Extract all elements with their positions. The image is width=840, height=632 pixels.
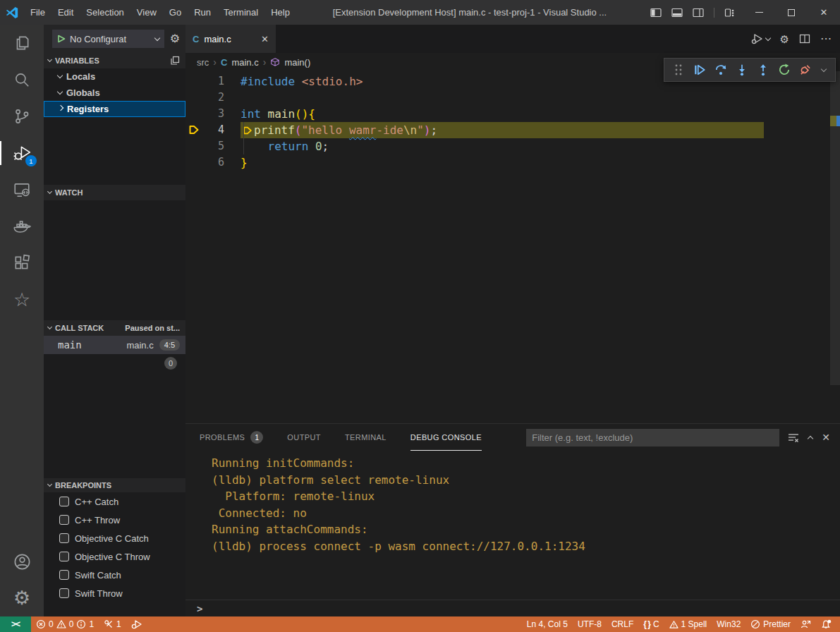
breadcrumb-symbol[interactable]: main() — [284, 57, 310, 68]
breakpoint-row[interactable]: Objective C Throw — [44, 547, 185, 566]
debug-console-input-row[interactable]: > — [185, 600, 840, 616]
gear-icon[interactable]: ⚙ — [170, 33, 180, 44]
collapse-all-icon[interactable] — [170, 56, 180, 66]
activity-docker-icon[interactable] — [0, 208, 44, 245]
code-line-content[interactable]: } — [241, 154, 248, 171]
stack-frame-row[interactable]: main main.c 4:5 — [44, 336, 185, 354]
toggle-primary-sidebar-icon[interactable] — [650, 7, 662, 18]
maximize-panel-icon[interactable] — [808, 435, 813, 441]
continue-button[interactable] — [690, 61, 710, 79]
breakpoint-row[interactable]: Swift Catch — [44, 566, 185, 584]
toggle-secondary-sidebar-icon[interactable] — [693, 7, 704, 18]
disconnect-button[interactable] — [796, 61, 815, 79]
spell-status[interactable]: 1 Spell — [664, 616, 712, 632]
activity-explorer-icon[interactable] — [0, 25, 44, 61]
activity-extensions-icon[interactable] — [0, 245, 44, 281]
breakpoint-row[interactable]: C++ Throw — [44, 511, 185, 529]
menu-terminal[interactable]: Terminal — [217, 0, 264, 25]
thread-row[interactable]: 0 — [44, 354, 185, 372]
tab-main-c[interactable]: C main.c ✕ — [185, 25, 276, 53]
gutter[interactable]: 5 — [185, 138, 241, 154]
panel-tab-problems[interactable]: PROBLEMS1 — [200, 424, 263, 451]
variables-row-locals[interactable]: Locals — [44, 68, 185, 85]
panel-tab-output[interactable]: OUTPUT — [287, 424, 321, 451]
code-line[interactable]: 4printf("hello wamr-ide\n"); — [185, 122, 840, 138]
cursor-position[interactable]: Ln 4, Col 5 — [522, 616, 573, 632]
debug-status-icon[interactable] — [126, 616, 147, 632]
activity-run-and-debug-icon[interactable]: 1 — [0, 135, 44, 171]
breadcrumb-file[interactable]: main.c — [231, 57, 258, 68]
menu-help[interactable]: Help — [264, 0, 296, 25]
remote-indicator[interactable]: >< — [0, 616, 31, 632]
gutter[interactable]: 3 — [185, 106, 241, 122]
platform-status[interactable]: Win32 — [712, 616, 745, 632]
run-or-debug-button[interactable] — [751, 33, 770, 44]
panel-tab-debug-console[interactable]: DEBUG CONSOLE — [410, 424, 482, 451]
gutter[interactable]: 1 — [185, 73, 241, 90]
code-line[interactable]: 6} — [185, 154, 840, 171]
breakpoint-checkbox[interactable] — [59, 497, 69, 506]
variables-row-globals[interactable]: Globals — [44, 85, 185, 101]
code-line[interactable]: 5 return 0; — [185, 138, 840, 154]
breakpoint-row[interactable]: Swift Throw — [44, 584, 185, 602]
clear-console-icon[interactable] — [788, 432, 799, 443]
more-actions-icon[interactable]: ⋯ — [820, 33, 832, 44]
breakpoint-checkbox[interactable] — [59, 552, 69, 561]
breakpoint-checkbox[interactable] — [59, 533, 69, 543]
panel-tab-terminal[interactable]: TERMINAL — [345, 424, 386, 451]
code-line[interactable]: 3int main(){ — [185, 106, 840, 122]
variables-row-registers[interactable]: Registers — [44, 101, 185, 117]
menu-edit[interactable]: Edit — [51, 0, 80, 25]
breakpoint-row[interactable]: C++ Catch — [44, 492, 185, 511]
activity-account-icon[interactable] — [0, 543, 44, 580]
encoding[interactable]: UTF-8 — [573, 616, 607, 632]
tools-status[interactable]: 1 — [99, 616, 126, 632]
step-into-button[interactable] — [732, 61, 752, 79]
breakpoint-checkbox[interactable] — [59, 570, 69, 580]
code-line-content[interactable]: return 0; — [241, 138, 329, 154]
menu-go[interactable]: Go — [163, 0, 188, 25]
breadcrumb-folder[interactable]: src — [197, 57, 209, 68]
maximize-button[interactable] — [775, 0, 808, 25]
gutter[interactable]: 4 — [185, 122, 241, 138]
gutter[interactable]: 2 — [185, 90, 241, 106]
code-line-content[interactable]: int main(){ — [241, 106, 315, 122]
menu-file[interactable]: File — [24, 0, 51, 25]
menu-selection[interactable]: Selection — [80, 0, 130, 25]
close-button[interactable]: ✕ — [808, 0, 840, 25]
activity-source-control-icon[interactable] — [0, 98, 44, 135]
eol-sequence[interactable]: CRLF — [607, 616, 638, 632]
variables-header[interactable]: VARIABLES — [44, 53, 185, 68]
breakpoints-header[interactable]: BREAKPOINTS — [44, 478, 185, 492]
notifications-bell-icon[interactable] — [816, 616, 840, 632]
activity-search-icon[interactable] — [0, 61, 44, 98]
breakpoint-row[interactable]: Objective C Catch — [44, 529, 185, 547]
activity-star-icon[interactable]: ☆ — [0, 281, 44, 318]
code-line-content[interactable]: #include <stdio.h> — [241, 73, 363, 90]
breakpoint-checkbox[interactable] — [59, 515, 69, 525]
restart-button[interactable] — [774, 61, 794, 79]
toggle-panel-icon[interactable] — [671, 7, 683, 18]
activity-settings-icon[interactable]: ⚙ — [0, 580, 44, 616]
code-editor[interactable]: 1#include <stdio.h>23int main(){4printf(… — [185, 71, 840, 423]
close-panel-icon[interactable]: ✕ — [822, 432, 830, 443]
chevron-down-button[interactable] — [817, 61, 831, 79]
minimize-button[interactable] — [743, 0, 775, 25]
feedback-icon[interactable] — [796, 616, 816, 632]
code-line-content[interactable]: printf("hello wamr-ide\n"); — [241, 122, 764, 138]
menu-view[interactable]: View — [130, 0, 163, 25]
launch-config-dropdown[interactable]: No Configurat — [52, 30, 164, 48]
step-over-button[interactable] — [711, 61, 731, 79]
gear-icon[interactable]: ⚙ — [780, 34, 789, 44]
gutter[interactable]: 6 — [185, 154, 241, 171]
language-mode[interactable]: { } C — [638, 616, 664, 632]
customize-layout-icon[interactable] — [724, 7, 736, 18]
close-tab-icon[interactable]: ✕ — [261, 34, 269, 44]
menu-run[interactable]: Run — [188, 0, 217, 25]
activity-remote-explorer-icon[interactable] — [0, 171, 44, 208]
step-out-button[interactable] — [753, 61, 773, 79]
split-editor-icon[interactable] — [799, 33, 810, 44]
formatter-status[interactable]: Prettier — [745, 616, 796, 632]
problems-status[interactable]: 0 0 1 — [31, 616, 99, 632]
breakpoint-checkbox[interactable] — [59, 588, 69, 598]
